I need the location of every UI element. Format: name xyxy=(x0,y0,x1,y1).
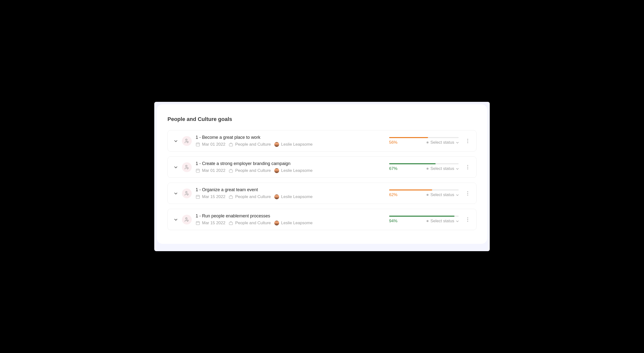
goal-owner: Leslie Leapsome xyxy=(274,142,313,147)
briefcase-icon xyxy=(229,221,233,225)
status-select[interactable]: Select status xyxy=(426,218,459,224)
avatar xyxy=(274,220,279,226)
goal-body: 1 - Run people enablement processes Mar … xyxy=(196,214,385,226)
progress-fill xyxy=(389,137,428,138)
avatar xyxy=(274,194,279,199)
progress-bar xyxy=(389,216,459,217)
goal-team: People and Culture xyxy=(229,168,271,173)
goal-title: 1 - Organize a great team event xyxy=(196,187,385,192)
progress-bottom: 56% Select status xyxy=(389,140,459,145)
more-menu-button[interactable] xyxy=(465,139,470,143)
goal-team: People and Culture xyxy=(229,220,271,226)
goal-team: People and Culture xyxy=(229,194,271,199)
expand-toggle[interactable] xyxy=(174,139,178,143)
progress-fill xyxy=(389,216,454,217)
progress-column: 62% Select status xyxy=(389,190,459,197)
status-dot-icon xyxy=(426,220,428,222)
progress-percent: 67% xyxy=(389,166,398,171)
goal-meta: Mar 01 2022 People and Culture Leslie Le… xyxy=(196,142,385,147)
status-dot-icon xyxy=(426,142,428,144)
people-heart-icon xyxy=(182,215,192,224)
more-menu-button[interactable] xyxy=(465,218,470,222)
people-heart-icon xyxy=(182,188,192,198)
goal-owner: Leslie Leapsome xyxy=(274,220,313,226)
goal-date-text: Mar 15 2022 xyxy=(202,220,225,226)
status-select[interactable]: Select status xyxy=(426,140,459,145)
progress-bottom: 67% Select status xyxy=(389,166,459,171)
goal-owner-text: Leslie Leapsome xyxy=(281,142,313,147)
progress-column: 94% Select status xyxy=(389,216,459,224)
goal-body: 1 - Become a great place to work Mar 01 … xyxy=(196,135,385,147)
progress-bar xyxy=(389,137,459,138)
goal-meta: Mar 15 2022 People and Culture Leslie Le… xyxy=(196,220,385,226)
progress-percent: 94% xyxy=(389,218,398,224)
progress-bottom: 94% Select status xyxy=(389,218,459,224)
goal-date: Mar 15 2022 xyxy=(196,220,225,226)
progress-fill xyxy=(389,163,436,164)
goal-row[interactable]: 1 - Become a great place to work Mar 01 … xyxy=(168,130,476,152)
status-select[interactable]: Select status xyxy=(426,166,459,171)
expand-toggle[interactable] xyxy=(174,218,178,222)
calendar-icon xyxy=(196,221,200,225)
progress-bar xyxy=(389,190,459,190)
goal-owner-text: Leslie Leapsome xyxy=(281,168,313,173)
status-dot-icon xyxy=(426,194,428,196)
goal-row[interactable]: 1 - Organize a great team event Mar 15 2… xyxy=(168,182,476,204)
status-label: Select status xyxy=(430,218,454,224)
briefcase-icon xyxy=(229,142,233,147)
chevron-down-icon xyxy=(456,141,459,144)
progress-bottom: 62% Select status xyxy=(389,192,459,197)
goal-date: Mar 01 2022 xyxy=(196,142,225,147)
goal-date: Mar 15 2022 xyxy=(196,194,225,199)
goal-team-text: People and Culture xyxy=(235,142,271,147)
more-menu-button[interactable] xyxy=(465,191,470,196)
avatar xyxy=(274,142,279,147)
goal-body: 1 - Create a strong employer branding ca… xyxy=(196,161,385,173)
goal-team-text: People and Culture xyxy=(235,168,271,173)
people-heart-icon xyxy=(182,136,192,146)
calendar-icon xyxy=(196,168,200,173)
goal-team: People and Culture xyxy=(229,142,271,147)
status-label: Select status xyxy=(430,140,454,145)
status-label: Select status xyxy=(430,192,454,197)
more-menu-button[interactable] xyxy=(465,165,470,170)
progress-percent: 62% xyxy=(389,192,398,197)
avatar xyxy=(274,168,279,173)
goal-owner: Leslie Leapsome xyxy=(274,194,313,199)
goal-owner-text: Leslie Leapsome xyxy=(281,194,313,199)
goals-list: 1 - Become a great place to work Mar 01 … xyxy=(168,130,476,230)
expand-toggle[interactable] xyxy=(174,165,178,170)
goal-row[interactable]: 1 - Create a strong employer branding ca… xyxy=(168,156,476,178)
goal-date: Mar 01 2022 xyxy=(196,168,225,173)
app-frame: People and Culture goals 1 - Become a gr… xyxy=(154,102,490,251)
expand-toggle[interactable] xyxy=(174,191,178,196)
goals-card: People and Culture goals 1 - Become a gr… xyxy=(157,104,487,244)
status-select[interactable]: Select status xyxy=(426,192,459,197)
progress-column: 56% Select status xyxy=(389,137,459,145)
status-dot-icon xyxy=(426,168,428,170)
goal-title: 1 - Create a strong employer branding ca… xyxy=(196,161,385,166)
goal-team-text: People and Culture xyxy=(235,220,271,226)
goal-team-text: People and Culture xyxy=(235,194,271,199)
chevron-down-icon xyxy=(456,194,459,196)
progress-bar xyxy=(389,163,459,164)
page-title: People and Culture goals xyxy=(168,116,476,122)
progress-column: 67% Select status xyxy=(389,163,459,171)
goal-date-text: Mar 01 2022 xyxy=(202,142,225,147)
chevron-down-icon xyxy=(456,168,459,170)
chevron-down-icon xyxy=(456,220,459,222)
goal-body: 1 - Organize a great team event Mar 15 2… xyxy=(196,187,385,199)
goal-date-text: Mar 15 2022 xyxy=(202,194,225,199)
goal-title: 1 - Become a great place to work xyxy=(196,135,385,140)
goal-row[interactable]: 1 - Run people enablement processes Mar … xyxy=(168,209,476,230)
goal-owner: Leslie Leapsome xyxy=(274,168,313,173)
progress-percent: 56% xyxy=(389,140,398,145)
calendar-icon xyxy=(196,142,200,147)
progress-fill xyxy=(389,190,432,190)
goal-date-text: Mar 01 2022 xyxy=(202,168,225,173)
status-label: Select status xyxy=(430,166,454,171)
goal-meta: Mar 01 2022 People and Culture Leslie Le… xyxy=(196,168,385,173)
calendar-icon xyxy=(196,194,200,199)
goal-title: 1 - Run people enablement processes xyxy=(196,214,385,218)
briefcase-icon xyxy=(229,194,233,199)
